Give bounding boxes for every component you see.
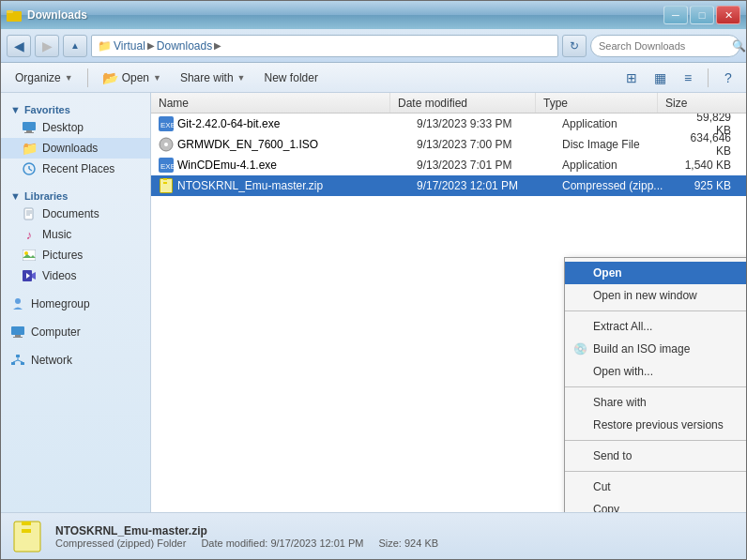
file-item-wincd[interactable]: EXE WinCDEmu-4.1.exe 9/13/2023 7:01 PM A… — [151, 155, 746, 175]
search-icon[interactable]: 🔍 — [732, 39, 746, 53]
ctx-extract-label: Extract All... — [593, 320, 652, 333]
ctx-sep-2 — [565, 386, 746, 387]
organize-button[interactable]: Organize ▼ — [7, 66, 82, 90]
folder-icon — [7, 8, 22, 23]
sidebar-item-desktop-label: Desktop — [42, 121, 84, 134]
file-name-git: Git-2.42.0-64-bit.exe — [177, 117, 417, 130]
sidebar-item-pictures-label: Pictures — [42, 249, 83, 262]
status-size: Size: 924 KB — [378, 537, 438, 549]
col-header-type[interactable]: Type — [536, 93, 658, 113]
toolbar-right: ⊞ ▦ ≡ ? — [619, 68, 740, 88]
sidebar-item-desktop[interactable]: Desktop — [1, 117, 150, 138]
back-button[interactable]: ◀ — [7, 35, 31, 57]
libraries-section: ▼ Libraries Documents ♪ Music — [1, 187, 150, 286]
address-bar: ◀ ▶ ▲ 📁 Virtual ▶ Downloads ▶ ↻ 🔍 — [1, 29, 746, 63]
sidebar-item-documents[interactable]: Documents — [1, 204, 150, 224]
recent-icon — [22, 161, 37, 176]
exe-icon-git: EXE — [159, 116, 174, 131]
maximize-button[interactable]: □ — [690, 6, 714, 24]
svg-rect-3 — [26, 130, 32, 132]
share-chevron-icon: ▼ — [237, 73, 246, 83]
videos-icon — [22, 268, 37, 283]
minimize-button[interactable]: ─ — [663, 6, 688, 24]
ctx-item-open-with[interactable]: Open with... — [565, 360, 746, 383]
svg-text:EXE: EXE — [160, 121, 174, 129]
file-type-wincd: Application — [562, 159, 684, 172]
ctx-item-copy[interactable]: Copy — [565, 498, 746, 512]
refresh-button[interactable]: ↻ — [562, 35, 587, 57]
view-options-button[interactable]: ⊞ — [619, 68, 644, 88]
up-button[interactable]: ▲ — [63, 35, 87, 57]
sidebar-item-computer[interactable]: Computer — [1, 322, 150, 342]
svg-rect-8 — [24, 208, 33, 219]
help-button[interactable]: ? — [716, 68, 740, 88]
ctx-item-build-iso[interactable]: 💿 Build an ISO image — [565, 338, 746, 360]
view-toggle-button[interactable]: ▦ — [648, 68, 672, 88]
toolbar-separator-2 — [708, 68, 709, 87]
libraries-label: Libraries — [24, 190, 68, 202]
ctx-item-cut[interactable]: Cut — [565, 476, 746, 498]
toolbar-separator-1 — [87, 68, 88, 87]
title-bar-left: Downloads — [7, 8, 87, 23]
breadcrumb-folder-icon: 📁 — [98, 39, 112, 53]
favorites-header[interactable]: ▼ Favorites — [1, 100, 150, 117]
file-date-iso: 9/13/2023 7:00 PM — [417, 138, 562, 151]
svg-rect-18 — [11, 326, 24, 335]
file-item-iso[interactable]: GRMWDK_EN_7600_1.ISO 9/13/2023 7:00 PM D… — [151, 134, 746, 155]
ctx-item-open[interactable]: Open — [565, 262, 746, 284]
sidebar-item-recent[interactable]: Recent Places — [1, 159, 150, 179]
sidebar-item-computer-label: Computer — [31, 325, 81, 339]
view-list-button[interactable]: ≡ — [676, 68, 700, 88]
ctx-item-open-new[interactable]: Open in new window — [565, 284, 746, 307]
status-file-icon — [10, 520, 44, 553]
ctx-cut-label: Cut — [593, 480, 611, 493]
close-button[interactable]: ✕ — [716, 6, 740, 24]
file-name-zip: NTOSKRNL_Emu-master.zip — [177, 179, 417, 192]
svg-rect-35 — [163, 180, 167, 182]
sidebar-item-music[interactable]: ♪ Music — [1, 224, 150, 245]
status-filename: NTOSKRNL_Emu-master.zip — [55, 524, 737, 537]
ctx-open-with-label: Open with... — [593, 365, 653, 378]
ctx-open-new-label: Open in new window — [593, 289, 697, 302]
breadcrumb-virtual[interactable]: Virtual — [114, 39, 145, 53]
open-button[interactable]: 📂 Open ▼ — [94, 66, 170, 90]
sidebar-item-homegroup[interactable]: Homegroup — [1, 294, 150, 314]
col-header-size[interactable]: Size — [658, 93, 746, 113]
libraries-header[interactable]: ▼ Libraries — [1, 187, 150, 204]
sidebar-item-pictures[interactable]: Pictures — [1, 245, 150, 265]
open-icon: 📂 — [102, 70, 118, 85]
col-header-date[interactable]: Date modified — [390, 93, 536, 113]
svg-rect-22 — [11, 362, 15, 365]
zip-icon — [159, 178, 174, 193]
sidebar-item-downloads[interactable]: 📁 Downloads — [1, 138, 150, 159]
svg-rect-12 — [23, 250, 36, 261]
ctx-sep-4 — [565, 471, 746, 472]
breadcrumb-sep-2: ▶ — [214, 40, 221, 51]
new-folder-button[interactable]: New folder — [256, 66, 327, 90]
toolbar: Organize ▼ 📂 Open ▼ Share with ▼ New fol… — [1, 63, 746, 93]
svg-rect-20 — [13, 337, 23, 338]
svg-point-30 — [164, 143, 168, 146]
sidebar-item-videos[interactable]: Videos — [1, 265, 150, 286]
share-with-button[interactable]: Share with ▼ — [172, 66, 254, 90]
col-header-name[interactable]: Name — [151, 93, 390, 113]
svg-rect-2 — [23, 122, 36, 130]
computer-section: Computer — [1, 322, 150, 342]
ctx-share-label: Share with — [593, 396, 647, 409]
svg-rect-42 — [22, 533, 31, 537]
status-info: NTOSKRNL_Emu-master.zip Compressed (zipp… — [55, 524, 737, 549]
file-item-git[interactable]: EXE Git-2.42.0-64-bit.exe 9/13/2023 9:33… — [151, 114, 746, 134]
ctx-item-extract[interactable]: Extract All... — [565, 315, 746, 338]
file-item-zip[interactable]: NTOSKRNL_Emu-master.zip 9/17/2023 12:01 … — [151, 175, 746, 196]
sidebar-item-music-label: Music — [42, 228, 71, 241]
favorites-section: ▼ Favorites Desktop 📁 Downloads — [1, 100, 150, 179]
sidebar-item-network[interactable]: Network — [1, 350, 150, 371]
ctx-item-share-with[interactable]: Share with ▶ — [565, 391, 746, 414]
forward-button[interactable]: ▶ — [35, 35, 59, 57]
build-iso-icon: 💿 — [572, 341, 587, 356]
ctx-item-restore[interactable]: Restore previous versions — [565, 414, 746, 436]
breadcrumb-downloads[interactable]: Downloads — [157, 39, 212, 53]
file-name-iso: GRMWDK_EN_7600_1.ISO — [177, 138, 417, 151]
search-input[interactable] — [599, 40, 728, 52]
ctx-item-send-to[interactable]: Send to ▶ — [565, 445, 746, 467]
